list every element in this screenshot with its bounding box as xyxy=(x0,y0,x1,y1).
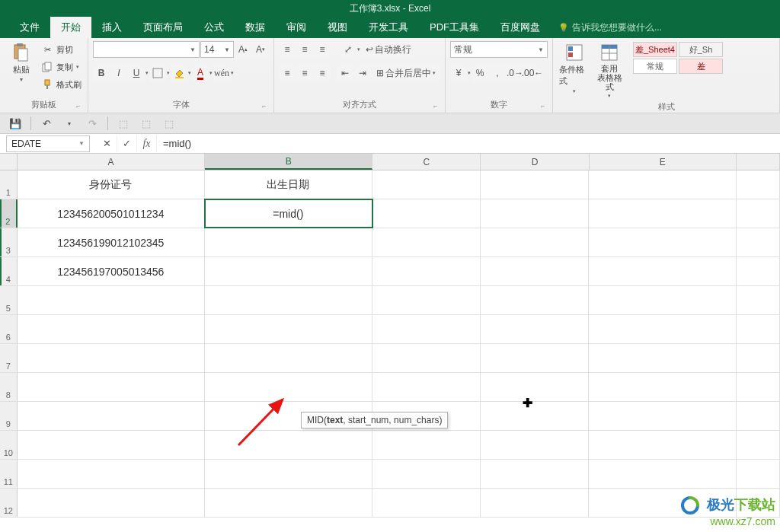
chevron-down-icon[interactable]: ▼ xyxy=(78,140,85,147)
decrease-font-icon[interactable]: A▾ xyxy=(252,41,269,58)
clipboard-launcher-icon[interactable]: ⌐ xyxy=(74,102,83,111)
bold-button[interactable]: B xyxy=(93,65,110,81)
formula-input[interactable]: =mid() xyxy=(157,135,780,153)
tell-me[interactable]: 告诉我您想要做什么... xyxy=(558,18,662,38)
paste-button[interactable]: 粘贴 ▼ xyxy=(5,41,38,84)
cell-a4[interactable]: 123456197005013456 xyxy=(18,257,205,285)
cell-a2[interactable]: 123456200501011234 xyxy=(18,199,205,228)
cell-d2[interactable] xyxy=(481,199,589,228)
redo-icon[interactable]: ↷ xyxy=(85,116,100,131)
increase-font-icon[interactable]: A▴ xyxy=(235,41,251,58)
row-header-8[interactable]: 8 xyxy=(0,373,18,401)
accept-formula-icon[interactable]: ✓ xyxy=(117,135,137,152)
font-launcher-icon[interactable]: ⌐ xyxy=(260,102,269,111)
undo-dropdown-icon[interactable]: ▾ xyxy=(62,116,77,131)
row-header-2[interactable]: 2 xyxy=(0,199,18,228)
row-header-11[interactable]: 11 xyxy=(0,460,18,488)
italic-button[interactable]: I xyxy=(110,65,127,81)
align-top-icon[interactable]: ≡ xyxy=(279,41,296,58)
row-header-9[interactable]: 9 xyxy=(0,402,18,430)
row-header-12[interactable]: 12 xyxy=(0,489,18,517)
cell-f1[interactable] xyxy=(737,170,780,199)
cell-d4[interactable] xyxy=(481,257,589,285)
percent-format-icon[interactable]: % xyxy=(472,65,488,81)
tab-pdf[interactable]: PDF工具集 xyxy=(419,17,490,38)
style-chip-bad2[interactable]: 差 xyxy=(679,59,723,74)
format-as-table-button[interactable]: 套用 表格格式▾ xyxy=(593,41,626,100)
align-center-icon[interactable]: ≡ xyxy=(296,65,313,81)
fill-color-button[interactable] xyxy=(171,65,187,81)
select-all-corner[interactable] xyxy=(0,154,18,170)
undo-icon[interactable]: ↶ xyxy=(39,116,54,131)
underline-button[interactable]: U xyxy=(128,65,145,81)
cell-b1[interactable]: 出生日期 xyxy=(205,170,372,199)
cell-b3[interactable] xyxy=(205,228,372,256)
qat-btn-2[interactable]: ⬚ xyxy=(139,116,154,131)
tab-view[interactable]: 视图 xyxy=(317,17,358,38)
cell-f2[interactable] xyxy=(737,199,780,228)
indent-increase-icon[interactable]: ⇥ xyxy=(354,65,371,81)
align-left-icon[interactable]: ≡ xyxy=(279,65,296,81)
col-header-d[interactable]: D xyxy=(481,154,589,170)
merge-center-button[interactable]: ⊞合并后居中▾ xyxy=(372,65,440,81)
row-header-1[interactable]: 1 xyxy=(0,170,18,199)
comma-format-icon[interactable]: , xyxy=(489,65,506,81)
cell-a3[interactable]: 123456199012102345 xyxy=(18,228,205,256)
tab-insert[interactable]: 插入 xyxy=(91,17,133,38)
cell-c2[interactable] xyxy=(372,199,481,228)
align-right-icon[interactable]: ≡ xyxy=(314,65,331,81)
row-header-4[interactable]: 4 xyxy=(0,257,18,285)
cell-b4[interactable] xyxy=(205,257,372,285)
qat-btn-3[interactable]: ⬚ xyxy=(161,116,177,131)
cell-e3[interactable] xyxy=(589,228,736,256)
cell-d3[interactable] xyxy=(481,228,589,256)
border-button[interactable] xyxy=(149,65,166,81)
cell-f3[interactable] xyxy=(737,228,780,256)
cut-button[interactable]: ✂剪切 xyxy=(40,41,83,58)
cell-c3[interactable] xyxy=(372,228,481,256)
cell-e1[interactable] xyxy=(589,170,736,199)
orientation-icon[interactable]: ⤢ xyxy=(340,41,356,58)
cell-c1[interactable] xyxy=(372,170,481,199)
cell-e2[interactable] xyxy=(589,199,736,228)
tab-baidu[interactable]: 百度网盘 xyxy=(490,17,551,38)
cancel-formula-icon[interactable]: ✕ xyxy=(98,135,117,152)
save-icon[interactable]: 💾 xyxy=(8,116,23,131)
phonetic-button[interactable]: wén xyxy=(213,65,230,81)
row-header-5[interactable]: 5 xyxy=(0,286,18,314)
tab-file[interactable]: 文件 xyxy=(9,17,50,38)
style-chip-normal[interactable]: 常规 xyxy=(633,59,677,74)
cell-e4[interactable] xyxy=(589,257,736,285)
align-launcher-icon[interactable]: ⌐ xyxy=(431,102,440,111)
style-chip-good[interactable]: 好_Sh xyxy=(679,42,723,57)
cell-b2[interactable]: =mid() xyxy=(205,199,372,228)
cell-c4[interactable] xyxy=(372,257,481,285)
style-chip-bad[interactable]: 差_Sheet4 xyxy=(633,42,677,57)
cell-d1[interactable] xyxy=(481,170,589,199)
qat-btn-1[interactable]: ⬚ xyxy=(116,116,131,131)
tab-home[interactable]: 开始 xyxy=(50,17,91,38)
font-size-combo[interactable]: 14▼ xyxy=(200,41,234,58)
decrease-decimal-icon[interactable]: .00← xyxy=(524,65,541,81)
col-header-a[interactable]: A xyxy=(18,154,205,170)
tab-dev[interactable]: 开发工具 xyxy=(358,17,419,38)
row-header-10[interactable]: 10 xyxy=(0,431,18,459)
number-launcher-icon[interactable]: ⌐ xyxy=(539,102,548,111)
tab-layout[interactable]: 页面布局 xyxy=(133,17,193,38)
col-header-c[interactable]: C xyxy=(372,154,481,170)
align-middle-icon[interactable]: ≡ xyxy=(296,41,313,58)
fx-icon[interactable]: fx xyxy=(137,135,157,152)
col-header-f[interactable] xyxy=(737,154,780,170)
cell-a1[interactable]: 身份证号 xyxy=(18,170,205,199)
tab-formulas[interactable]: 公式 xyxy=(193,17,235,38)
row-header-7[interactable]: 7 xyxy=(0,344,18,372)
tab-review[interactable]: 审阅 xyxy=(276,17,317,38)
tab-data[interactable]: 数据 xyxy=(235,17,276,38)
copy-button[interactable]: 复制▾ xyxy=(40,59,83,75)
row-header-6[interactable]: 6 xyxy=(0,315,18,343)
number-format-combo[interactable]: 常规▼ xyxy=(450,41,548,58)
col-header-e[interactable]: E xyxy=(590,154,737,170)
row-header-3[interactable]: 3 xyxy=(0,228,18,256)
conditional-format-button[interactable]: 条件格式▾ xyxy=(558,41,591,96)
wrap-text-button[interactable]: ↩自动换行 xyxy=(361,41,416,58)
